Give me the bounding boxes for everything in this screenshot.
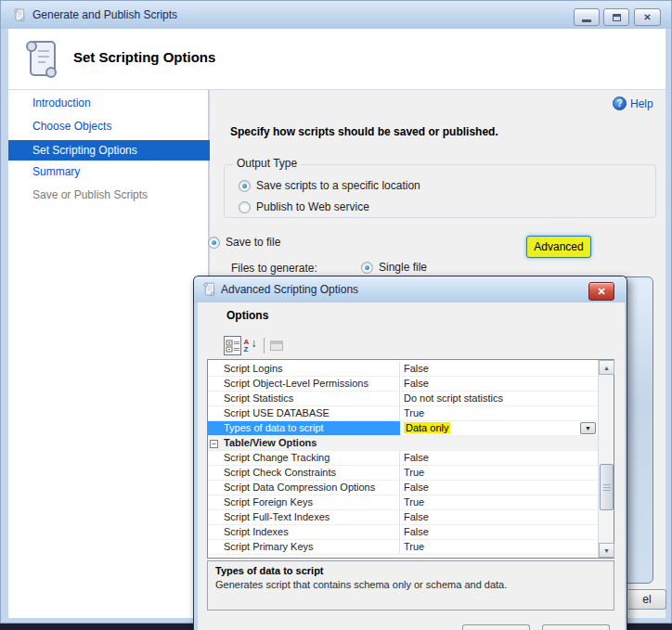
chevron-down-icon: ▼ — [585, 421, 591, 435]
property-name[interactable]: Script Primary Keys — [222, 540, 400, 554]
property-value[interactable]: Data only ▼ — [400, 421, 598, 435]
window-titlebar[interactable]: Generate and Publish Scripts ✕ — [1, 1, 671, 29]
radio-save-scripts-location[interactable] — [239, 180, 251, 192]
property-name[interactable]: Script USE DATABASE — [222, 406, 400, 420]
maximize-button[interactable] — [603, 8, 629, 26]
highlighted-value: Data only — [404, 422, 450, 433]
sort-alphabetical-button[interactable]: A Z ↓ — [242, 336, 260, 355]
sort-alphabetical-icon: A Z ↓ — [244, 339, 259, 354]
property-description-panel: Types of data to script Generates script… — [207, 560, 614, 611]
property-name[interactable]: Script Logins — [222, 362, 400, 376]
wizard-cancel-button-partial[interactable]: el — [628, 589, 666, 610]
sidebar-selected-label: Set Scripting Options — [32, 144, 137, 157]
header-scroll-icon — [19, 35, 64, 82]
wizard-header: Set Scripting Options — [8, 29, 666, 89]
dialog-cancel-button-partial[interactable] — [542, 624, 610, 630]
grid-row[interactable]: Script Statistics Do not script statisti… — [208, 392, 598, 406]
grid-row[interactable]: Script Check Constraints True — [208, 466, 598, 481]
sidebar-item-set-scripting-options[interactable]: Set Scripting Options — [8, 140, 210, 161]
scroll-up-icon: ▲ — [603, 365, 610, 371]
sidebar-item-introduction[interactable]: Introduction — [32, 96, 91, 109]
grid-row[interactable]: Script Foreign Keys True — [208, 495, 598, 510]
grid-scrollbar[interactable]: ▲ ▼ — [598, 360, 614, 558]
grid-row[interactable]: Script Primary Keys True — [208, 540, 598, 555]
radio-save-to-file-label[interactable]: Save to file — [226, 237, 280, 249]
property-value[interactable]: False — [400, 510, 598, 524]
sidebar-item-choose-objects[interactable]: Choose Objects — [32, 120, 111, 133]
options-label: Options — [226, 309, 268, 322]
property-name[interactable]: Script Object-Level Permissions — [222, 377, 400, 391]
property-value[interactable]: True — [400, 540, 598, 554]
files-to-generate-label: Files to generate: — [231, 263, 317, 275]
property-pages-icon — [270, 341, 283, 351]
scroll-down-icon: ▼ — [603, 547, 610, 554]
content-heading: Specify how scripts should be saved or p… — [230, 125, 498, 138]
collapse-icon[interactable]: − — [210, 440, 218, 448]
property-name[interactable]: Script Data Compression Options — [222, 481, 400, 495]
grid-row[interactable]: Script Object-Level Permissions False — [208, 377, 598, 392]
page-title: Set Scripting Options — [73, 49, 215, 65]
property-name[interactable]: Script Foreign Keys — [222, 495, 400, 509]
desktop-background: Generate and Publish Scripts ✕ Set Scrip… — [0, 0, 672, 630]
grid-row[interactable]: Script Indexes False — [208, 525, 598, 540]
property-value[interactable]: False — [400, 481, 598, 495]
property-name[interactable]: Script Statistics — [222, 392, 400, 405]
scroll-down-button[interactable]: ▼ — [599, 543, 614, 558]
dropdown-button[interactable]: ▼ — [580, 422, 596, 434]
grid-row[interactable]: Script USE DATABASE True — [208, 406, 598, 421]
grid-row[interactable]: Script Full-Text Indexes False — [208, 510, 598, 525]
property-value[interactable]: True — [400, 406, 598, 420]
description-title: Types of data to script — [215, 565, 324, 576]
advanced-button[interactable]: Advanced — [526, 236, 591, 258]
radio-publish-web-service-label[interactable]: Publish to Web service — [256, 201, 369, 213]
property-name[interactable]: Script Change Tracking — [222, 451, 400, 465]
categorized-view-button[interactable] — [224, 336, 241, 355]
window-title: Generate and Publish Scripts — [32, 8, 177, 21]
property-value[interactable]: False — [400, 377, 598, 391]
property-value[interactable]: False — [400, 362, 598, 376]
sidebar-item-summary[interactable]: Summary — [32, 165, 80, 178]
dialog-titlebar[interactable]: Advanced Scripting Options ✕ — [194, 276, 627, 302]
description-body: Generates script that contains schema on… — [215, 579, 507, 590]
advanced-scripting-options-dialog: Advanced Scripting Options ✕ Options — [193, 276, 627, 630]
property-value[interactable]: Do not script statistics — [400, 392, 598, 405]
grid-row[interactable]: Script Logins False — [208, 362, 598, 377]
help-link[interactable]: ? Help — [613, 96, 653, 110]
property-pages-button — [267, 336, 285, 355]
dialog-client-area: Options A Z ↓ — [198, 302, 625, 630]
grid-row-selected[interactable]: Types of data to script Data only ▼ — [208, 421, 598, 436]
dialog-close-button[interactable]: ✕ — [588, 282, 614, 301]
scroll-up-button[interactable]: ▲ — [599, 360, 614, 375]
grid-row[interactable]: Script Change Tracking False — [208, 451, 598, 466]
scrollbar-thumb[interactable] — [600, 464, 614, 510]
minimize-icon — [582, 19, 591, 22]
property-value[interactable]: False — [400, 451, 598, 465]
dialog-close-icon: ✕ — [597, 286, 605, 298]
categorized-icon — [226, 339, 240, 354]
property-name[interactable]: Types of data to script — [222, 421, 400, 435]
property-name[interactable]: Script Check Constraints — [222, 466, 400, 480]
toolbar-separator — [264, 338, 265, 354]
radio-save-to-file[interactable] — [208, 237, 220, 249]
minimize-button[interactable] — [574, 8, 600, 26]
radio-save-scripts-location-label[interactable]: Save scripts to a specific location — [256, 180, 420, 192]
property-value[interactable]: True — [400, 466, 598, 480]
property-grid-rows: Script Logins False Script Object-Level … — [208, 362, 598, 555]
window-scroll-icon — [12, 7, 27, 22]
output-type-legend: Output Type — [233, 157, 301, 170]
property-name[interactable]: Script Indexes — [222, 525, 400, 539]
close-button[interactable]: ✕ — [634, 8, 661, 26]
radio-single-file[interactable] — [361, 262, 373, 274]
property-value[interactable]: True — [400, 495, 598, 509]
property-value[interactable]: False — [400, 525, 598, 539]
close-icon: ✕ — [643, 12, 651, 22]
grid-row[interactable]: Script Data Compression Options False — [208, 481, 598, 495]
radio-single-file-label[interactable]: Single file — [379, 262, 427, 274]
wizard-sidebar: Introduction Choose Objects Set Scriptin… — [8, 90, 209, 618]
property-name[interactable]: Script Full-Text Indexes — [222, 510, 400, 524]
grid-category-row[interactable]: − Table/View Options — [208, 436, 598, 451]
radio-publish-web-service[interactable] — [239, 201, 251, 213]
dialog-ok-button-partial[interactable] — [462, 624, 530, 630]
dialog-title: Advanced Scripting Options — [221, 283, 358, 296]
property-grid: Script Logins False Script Object-Level … — [207, 359, 614, 559]
